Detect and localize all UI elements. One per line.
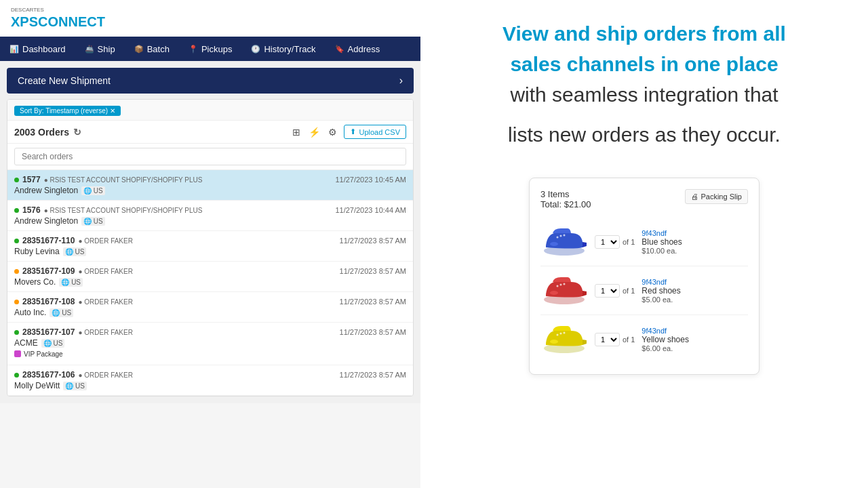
grid-view-icon[interactable]: ⊞ xyxy=(291,125,302,139)
nav-bar: 📊 Dashboard 🚢 Ship 📦 Batch 📍 Pickups 🕐 H… xyxy=(0,37,420,61)
orders-list: 1577 ● RSIS TEST ACCOUNT SHOPIFY/SHOPIFY… xyxy=(7,170,413,396)
logo-connect: CONNECT xyxy=(38,14,105,29)
nav-item-ship[interactable]: 🚢 Ship xyxy=(75,37,125,61)
logo-text: XPSCONNECT xyxy=(11,14,105,29)
order-source: ● ORDER FAKER xyxy=(78,237,133,245)
nav-item-pickups[interactable]: 📍 Pickups xyxy=(179,37,242,61)
product-image-yellow-shoes xyxy=(540,321,588,358)
nav-item-dashboard[interactable]: 📊 Dashboard xyxy=(0,37,75,61)
logo: DESCARTES XPSCONNECT xyxy=(11,7,105,30)
card-header: 3 Items Total: $21.00 🖨 Packing Slip xyxy=(540,189,748,209)
packing-slip-button[interactable]: 🖨 Packing Slip xyxy=(685,189,748,204)
country-flag: 🌐 US xyxy=(41,339,65,348)
nav-item-batch[interactable]: 📦 Batch xyxy=(125,37,179,61)
order-customer: Movers Co. 🌐 US xyxy=(14,277,83,287)
svg-point-11 xyxy=(550,340,558,344)
dashboard-icon: 📊 xyxy=(9,45,19,54)
product-price: $5.00 ea. xyxy=(642,296,748,304)
country-flag: 🌐 US xyxy=(81,217,105,226)
order-source: ● ORDER FAKER xyxy=(78,371,133,379)
order-row[interactable]: 28351677-109 ● ORDER FAKER 11/27/2023 8:… xyxy=(7,262,413,292)
orders-count: 2003 Orders ↻ xyxy=(14,127,81,138)
svg-point-3 xyxy=(560,235,562,237)
headline-line3: with seamless integration that xyxy=(448,81,841,108)
product-info: 9f43ndf Blue shoes $10.00 ea. xyxy=(642,229,748,255)
refresh-icon[interactable]: ↻ xyxy=(73,127,81,138)
descartes-label: DESCARTES xyxy=(11,7,105,13)
total-info: Total: $21.00 xyxy=(540,199,591,209)
logo-xps: XPS xyxy=(11,14,38,29)
svg-point-14 xyxy=(564,331,566,333)
order-row[interactable]: 28351677-107 ● ORDER FAKER 11/27/2023 8:… xyxy=(7,323,413,365)
filter-icon[interactable]: ⚡ xyxy=(307,125,321,139)
customer-name: Movers Co. xyxy=(14,277,56,287)
customer-name: ACME xyxy=(14,338,38,348)
order-customer: Andrew Singleton 🌐 US xyxy=(14,186,105,195)
search-input[interactable] xyxy=(14,148,406,165)
country-flag: 🌐 US xyxy=(81,186,105,195)
order-source: ● RSIS TEST ACCOUNT SHOPIFY/SHOPIFY PLUS xyxy=(44,207,203,214)
order-status-dot xyxy=(14,178,19,182)
total-value: $21.00 xyxy=(564,199,591,209)
quantity-select[interactable]: 1 2 3 xyxy=(595,235,620,249)
orders-header: 2003 Orders ↻ ⊞ ⚡ ⚙ ⬆ Upload CSV xyxy=(7,121,413,144)
order-row[interactable]: 1577 ● RSIS TEST ACCOUNT SHOPIFY/SHOPIFY… xyxy=(7,170,413,201)
search-bar xyxy=(7,144,413,170)
order-row[interactable]: 28351677-106 ● ORDER FAKER 11/27/2023 8:… xyxy=(7,365,413,396)
order-id: 28351677-110 xyxy=(22,236,75,245)
create-shipment-label: Create New Shipment xyxy=(18,75,111,86)
product-sku: 9f43ndf xyxy=(642,278,748,286)
quantity-select[interactable]: 1 2 3 xyxy=(595,284,620,298)
order-timestamp: 11/27/2023 8:57 AM xyxy=(340,267,406,275)
nav-item-address[interactable]: 🔖 Address xyxy=(326,37,390,61)
printer-icon: 🖨 xyxy=(691,192,698,201)
of-text: of 1 xyxy=(623,287,635,295)
batch-icon: 📦 xyxy=(134,45,144,54)
upload-csv-button[interactable]: ⬆ Upload CSV xyxy=(344,125,406,139)
customer-name: Ruby Levina xyxy=(14,247,60,256)
order-id: 1577 xyxy=(22,175,41,184)
order-id: 28351677-106 xyxy=(22,370,75,380)
nav-item-history[interactable]: 🕐 History/Track xyxy=(241,37,325,61)
svg-point-4 xyxy=(564,234,566,236)
customer-name: Andrew Singleton xyxy=(14,186,78,195)
total-label: Total: xyxy=(540,199,561,209)
headline-block: View and ship orders from all sales chan… xyxy=(448,20,841,161)
order-tag: VIP Package xyxy=(14,350,63,358)
create-shipment-banner[interactable]: Create New Shipment › xyxy=(7,68,414,94)
order-timestamp: 11/27/2023 10:44 AM xyxy=(335,206,406,214)
blue-shoe-svg xyxy=(540,225,588,259)
product-sku: 9f43ndf xyxy=(642,327,748,335)
quantity-select[interactable]: 1 2 3 xyxy=(595,333,620,346)
product-name: Red shoes xyxy=(642,286,748,296)
order-row[interactable]: 28351677-108 ● ORDER FAKER 11/27/2023 8:… xyxy=(7,292,413,323)
order-timestamp: 11/27/2023 8:57 AM xyxy=(340,371,406,379)
product-quantity: 1 2 3 of 1 xyxy=(595,284,635,298)
order-status-dot xyxy=(14,330,19,335)
product-card: 3 Items Total: $21.00 🖨 Packing Slip xyxy=(529,178,760,375)
order-timestamp: 11/27/2023 8:57 AM xyxy=(340,328,406,336)
order-source: ● ORDER FAKER xyxy=(78,329,133,336)
settings-icon[interactable]: ⚙ xyxy=(327,125,338,139)
product-name: Blue shoes xyxy=(642,237,748,247)
product-quantity: 1 2 3 of 1 xyxy=(595,235,635,249)
order-id: 28351677-109 xyxy=(22,266,75,276)
order-row[interactable]: 1576 ● RSIS TEST ACCOUNT SHOPIFY/SHOPIFY… xyxy=(7,201,413,231)
order-id: 28351677-107 xyxy=(22,327,75,337)
order-customer: ACME 🌐 US xyxy=(14,338,64,348)
nav-label-batch: Batch xyxy=(147,44,170,54)
order-row[interactable]: 28351677-110 ● ORDER FAKER 11/27/2023 8:… xyxy=(7,231,413,262)
upload-csv-label: Upload CSV xyxy=(359,128,400,136)
country-flag: 🌐 US xyxy=(50,308,73,317)
order-timestamp: 11/27/2023 8:57 AM xyxy=(340,237,406,245)
nav-label-ship: Ship xyxy=(98,44,115,54)
right-panel: View and ship orders from all sales chan… xyxy=(420,0,868,488)
order-timestamp: 11/27/2023 8:57 AM xyxy=(340,298,406,306)
order-status-dot xyxy=(14,300,19,304)
pickups-icon: 📍 xyxy=(189,45,198,54)
order-customer: Ruby Levina 🌐 US xyxy=(14,247,86,256)
order-source: ● ORDER FAKER xyxy=(78,268,133,275)
headline-line4: lists new orders as they occur. xyxy=(448,121,841,148)
sort-badge[interactable]: Sort By: Timestamp (reverse) ✕ xyxy=(14,106,121,116)
sort-bar: Sort By: Timestamp (reverse) ✕ xyxy=(7,100,413,121)
